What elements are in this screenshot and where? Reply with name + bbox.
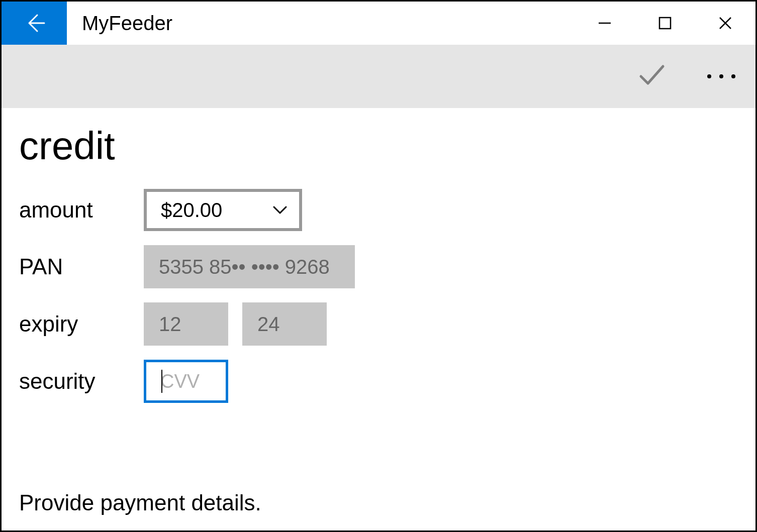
minimize-button[interactable] xyxy=(575,2,635,45)
pan-field: 5355 85•• •••• 9268 xyxy=(144,245,355,288)
expiry-row: expiry 12 24 xyxy=(19,302,738,346)
back-button[interactable] xyxy=(2,2,67,45)
svg-rect-1 xyxy=(659,18,671,29)
more-button[interactable] xyxy=(707,74,735,78)
content-area: credit amount $20.00 PAN 5355 85•• •••• … xyxy=(2,108,755,530)
expiry-year-field: 24 xyxy=(242,302,327,346)
command-bar xyxy=(2,45,755,108)
maximize-icon xyxy=(657,15,673,31)
checkmark-icon xyxy=(637,60,667,90)
cvv-placeholder: CVV xyxy=(160,371,200,392)
chevron-down-icon xyxy=(271,201,289,219)
back-arrow-icon xyxy=(22,11,46,35)
text-cursor xyxy=(161,370,162,393)
expiry-label: expiry xyxy=(19,311,144,337)
cvv-input[interactable]: CVV xyxy=(144,360,228,403)
amount-value: $20.00 xyxy=(161,199,271,222)
app-title: MyFeeder xyxy=(82,12,575,35)
security-row: security CVV xyxy=(19,360,738,403)
close-icon xyxy=(717,15,733,31)
page-title: credit xyxy=(19,123,738,169)
amount-row: amount $20.00 xyxy=(19,189,738,231)
window-controls xyxy=(575,2,755,45)
pan-label: PAN xyxy=(19,254,144,279)
titlebar: MyFeeder xyxy=(2,2,755,45)
expiry-group: 12 24 xyxy=(144,302,327,346)
pan-row: PAN 5355 85•• •••• 9268 xyxy=(19,245,738,288)
close-button[interactable] xyxy=(695,2,755,45)
amount-label: amount xyxy=(19,197,144,223)
amount-dropdown[interactable]: $20.00 xyxy=(144,189,302,231)
ellipsis-icon xyxy=(707,74,711,78)
status-text: Provide payment details. xyxy=(19,490,738,515)
confirm-button[interactable] xyxy=(637,60,667,92)
security-label: security xyxy=(19,369,144,394)
maximize-button[interactable] xyxy=(635,2,695,45)
minimize-icon xyxy=(597,15,613,31)
expiry-month-field: 12 xyxy=(144,302,228,346)
